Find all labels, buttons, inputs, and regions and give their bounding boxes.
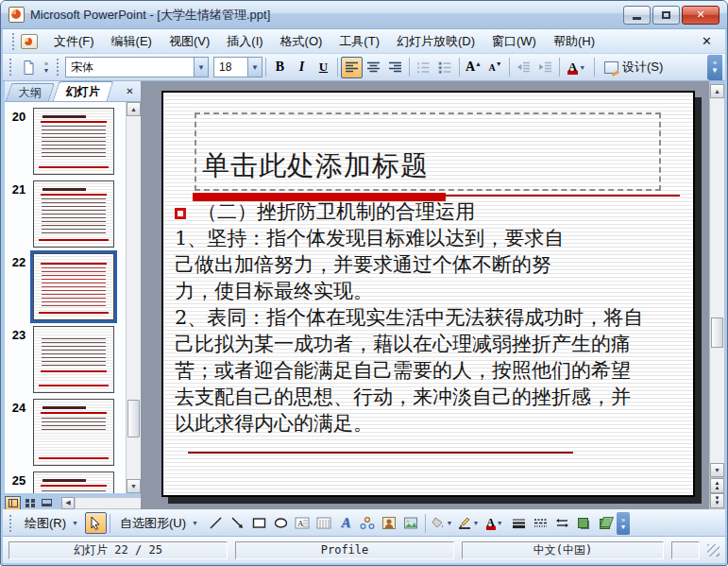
previous-slide-button[interactable]: ▲▲ [710, 478, 724, 493]
toolbar-options-button[interactable]: »▼ [40, 57, 53, 78]
slide-thumbnail-23[interactable]: 23 [5, 326, 126, 393]
scroll-up-arrow[interactable]: ▲ [710, 84, 724, 98]
align-left-button[interactable] [341, 57, 363, 78]
scroll-left-arrow[interactable]: ◀ [61, 497, 75, 509]
chevron-down-icon[interactable]: ▼ [473, 520, 480, 526]
language-indicator[interactable]: 中文(中国) [462, 541, 664, 559]
minimize-button[interactable] [623, 6, 651, 25]
slide-canvas[interactable]: 单击此处添加标题 （二）挫折防卫机制的合理运用 1、坚持：指个体发现目标难以达到… [161, 91, 695, 497]
arrow-style-button[interactable] [551, 512, 573, 534]
thumbnail-image[interactable] [33, 253, 114, 320]
thumbnail-image[interactable] [33, 180, 114, 248]
toolbar-grip[interactable] [9, 59, 14, 76]
font-name-select[interactable]: 宋体 ▼ [65, 57, 209, 77]
autoshapes-menu-button[interactable]: 自选图形(U)▼ [113, 512, 205, 535]
toolbar-grip[interactable] [57, 59, 61, 76]
thumbnail-image[interactable] [33, 108, 114, 175]
menu-item-window[interactable]: 窗口(W) [483, 30, 545, 53]
slide-thumbnail-22-selected[interactable]: 22 [5, 253, 126, 320]
oval-tool-button[interactable] [270, 512, 292, 534]
underline-button[interactable]: U [313, 57, 334, 78]
toolbar-grip[interactable] [12, 33, 17, 50]
insert-picture-button[interactable] [400, 512, 422, 534]
align-right-button[interactable] [384, 57, 406, 78]
slide-thumbnail-20[interactable]: 20 [5, 108, 126, 175]
chevron-down-icon[interactable]: ▼ [497, 520, 503, 526]
close-button[interactable]: ✕ [682, 6, 720, 25]
thumbnail-image[interactable] [33, 399, 114, 466]
next-slide-button[interactable]: ▼▼ [710, 493, 724, 508]
slide-thumbnail-21[interactable]: 21 [5, 180, 126, 248]
decrease-indent-button[interactable] [513, 57, 534, 78]
slide-thumbnail-24[interactable]: 24 [5, 399, 126, 466]
3d-style-button[interactable] [595, 512, 617, 534]
line-tool-button[interactable] [205, 512, 227, 534]
wordart-button[interactable]: A [335, 512, 357, 534]
decrease-font-size-button[interactable]: A▼ [484, 57, 506, 78]
chevron-down-icon[interactable]: ▼ [579, 64, 585, 71]
menu-item-format[interactable]: 格式(O) [272, 30, 331, 53]
maximize-button[interactable] [652, 6, 680, 25]
scroll-down-arrow[interactable]: ▼ [710, 463, 724, 477]
menu-item-insert[interactable]: 插入(I) [218, 30, 271, 53]
toolbar-grip[interactable] [9, 515, 14, 532]
toolbar-overflow-button[interactable]: »▼ [707, 55, 722, 80]
diagram-button[interactable] [357, 512, 379, 534]
body-text-placeholder[interactable]: （二）挫折防卫机制的合理运用 1、坚持：指个体发现目标难以达到，要求自 己做出加… [175, 198, 643, 437]
shadow-style-button[interactable] [573, 512, 595, 534]
arrow-tool-button[interactable] [227, 512, 248, 534]
increase-font-size-button[interactable]: A▲ [463, 57, 484, 78]
slide-thumbnail-25[interactable]: 25 [5, 472, 126, 493]
rectangle-tool-button[interactable] [248, 512, 270, 534]
chevron-down-icon[interactable]: ▼ [247, 58, 262, 77]
scroll-down-arrow[interactable]: ▼ [127, 479, 141, 493]
tab-outline[interactable]: 大纲 [6, 83, 55, 101]
bold-button[interactable]: B [269, 57, 291, 78]
font-color-button[interactable]: A ▼ [563, 57, 591, 78]
scroll-up-arrow[interactable]: ▲ [127, 102, 141, 116]
title-placeholder[interactable]: 单击此处添加标题 [195, 112, 661, 191]
panel-scroll-track[interactable] [127, 116, 141, 479]
fill-color-button[interactable]: ▼ [429, 512, 455, 534]
menu-item-help[interactable]: 帮助(H) [545, 30, 603, 53]
main-scroll-track[interactable] [710, 98, 724, 463]
menu-item-file[interactable]: 文件(F) [45, 30, 103, 53]
panel-close-button[interactable]: ✕ [123, 84, 137, 98]
line-color-button[interactable]: ▼ [455, 512, 482, 534]
clip-art-button[interactable] [379, 512, 400, 534]
resize-grip[interactable] [707, 544, 720, 557]
font-size-select[interactable]: 18 ▼ [213, 57, 262, 77]
thumbnail-image[interactable] [33, 472, 114, 493]
text-box-button[interactable]: A [292, 512, 313, 534]
tab-slides[interactable]: 幻灯片 [53, 81, 114, 101]
italic-button[interactable]: I [291, 57, 313, 78]
bullets-button[interactable] [434, 57, 456, 78]
toolbar-options-button[interactable]: »▼ [617, 512, 630, 535]
dash-style-button[interactable] [530, 512, 551, 534]
vertical-text-box-button[interactable] [313, 512, 335, 534]
normal-view-button[interactable] [5, 496, 21, 510]
draw-menu-button[interactable]: 绘图(R)▼ [18, 512, 85, 535]
font-color-button-drawbar[interactable]: A ▼ [482, 512, 508, 534]
align-center-button[interactable] [363, 57, 384, 78]
horizontal-scroll-track[interactable] [75, 497, 143, 509]
new-slide-button[interactable] [18, 57, 40, 78]
increase-indent-button[interactable] [534, 57, 556, 78]
chevron-down-icon[interactable]: ▼ [447, 520, 453, 526]
panel-scroll-thumb[interactable] [127, 400, 140, 437]
main-scrollbar[interactable]: ▲ ▼ ▲▲ ▼▼ [709, 83, 725, 509]
panel-scrollbar[interactable]: ▲ ▼ [126, 102, 141, 493]
menu-item-view[interactable]: 视图(V) [161, 30, 218, 53]
main-scroll-thumb[interactable] [711, 317, 723, 348]
document-close-button[interactable]: ✕ [694, 32, 720, 50]
thumbnail-image[interactable] [33, 326, 114, 393]
chevron-down-icon[interactable]: ▼ [194, 58, 208, 77]
line-style-button[interactable] [508, 512, 530, 534]
slideshow-view-button[interactable] [39, 496, 55, 510]
menu-item-tools[interactable]: 工具(T) [330, 30, 388, 53]
select-objects-button[interactable] [85, 512, 107, 534]
slide-sorter-view-button[interactable] [22, 496, 38, 510]
menu-item-slideshow[interactable]: 幻灯片放映(D) [388, 30, 483, 53]
menu-item-edit[interactable]: 编辑(E) [103, 30, 161, 53]
slide-design-button[interactable]: 设计(S) [598, 57, 669, 78]
